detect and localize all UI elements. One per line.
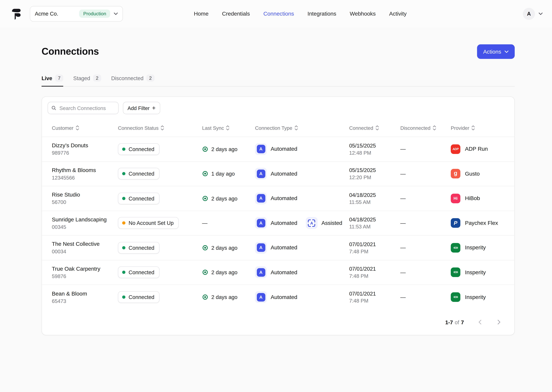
connected-time: 11:55 AM xyxy=(349,199,400,205)
connected-time: 12:20 PM xyxy=(349,175,400,180)
connected-time: 7:48 PM xyxy=(349,249,400,254)
disconnected-cell: — xyxy=(400,171,451,177)
provider-cell: P Paychex Flex xyxy=(451,218,504,228)
previous-page-button[interactable] xyxy=(477,319,483,325)
last-sync-text: 2 days ago xyxy=(211,245,237,251)
status-label: Connected xyxy=(129,195,154,201)
chevron-left-icon xyxy=(477,319,483,325)
sync-target-icon xyxy=(202,171,208,177)
chevron-right-icon xyxy=(496,319,501,325)
nav-item-connections[interactable]: Connections xyxy=(263,10,294,17)
last-sync-text: 2 days ago xyxy=(211,269,237,275)
actions-button[interactable]: Actions xyxy=(477,44,515,59)
provider-name: HiBob xyxy=(465,195,480,202)
automated-icon: A xyxy=(257,219,265,227)
customer-name: Bean & Bloom xyxy=(52,290,118,297)
nav-item-credentials[interactable]: Credentials xyxy=(222,10,250,17)
add-filter-button[interactable]: Add Filter + xyxy=(123,102,160,114)
nav-item-integrations[interactable]: Integrations xyxy=(307,10,336,17)
sort-icon xyxy=(294,125,298,131)
disconnected-cell: — xyxy=(400,146,451,152)
customer-name: The Nest Collective xyxy=(52,241,118,247)
connection-type-cell: A Automated A Assisted xyxy=(255,217,349,229)
connected-cell: 04/18/2025 11:53 AM xyxy=(349,217,400,230)
automated-icon: A xyxy=(257,145,265,153)
connected-time: 11:53 AM xyxy=(349,224,400,230)
nav-item-home[interactable]: Home xyxy=(194,10,209,17)
table-row[interactable]: Rhythm & Blooms 12345566 Connected 1 day… xyxy=(42,162,514,186)
column-header-customer[interactable]: Customer xyxy=(52,125,118,131)
column-header-connection-status[interactable]: Connection Status xyxy=(118,125,202,131)
avatar: A xyxy=(523,8,535,20)
automated-icon: A xyxy=(257,293,265,301)
status-badge: Connected xyxy=(118,143,159,155)
connection-type-cell: A Automated xyxy=(255,291,349,303)
connection-type-cell: A Automated xyxy=(255,266,349,278)
connected-date: 04/18/2025 xyxy=(349,192,400,198)
connected-date: 07/01/2021 xyxy=(349,241,400,247)
connection-status-cell: Connected xyxy=(118,168,202,180)
next-page-button[interactable] xyxy=(496,319,501,325)
sort-icon xyxy=(226,125,230,131)
status-badge: Connected xyxy=(118,242,159,254)
column-header-last-sync[interactable]: Last Sync xyxy=(202,125,255,131)
search-input[interactable] xyxy=(59,105,115,111)
provider-glyph: «» xyxy=(453,269,458,275)
tab-disconnected[interactable]: Disconnected 2 xyxy=(111,75,154,86)
table-row[interactable]: Rise Studio 56700 Connected 2 days ago A… xyxy=(42,186,514,211)
provider-name: Gusto xyxy=(465,171,480,177)
search-icon xyxy=(51,105,56,111)
table-row[interactable]: Bean & Bloom 65473 Connected 2 days ago … xyxy=(42,285,514,309)
provider-glyph: g xyxy=(454,170,457,176)
user-menu[interactable]: A xyxy=(523,8,543,20)
provider-glyph: P xyxy=(454,220,457,226)
disconnected-value: — xyxy=(400,171,406,177)
automated-icon: A xyxy=(257,194,265,203)
last-sync-cell: — xyxy=(202,220,255,226)
chevron-down-icon xyxy=(538,12,543,15)
nav-item-webhooks[interactable]: Webhooks xyxy=(350,10,376,17)
column-header-connection-type[interactable]: Connection Type xyxy=(255,125,349,131)
column-header-connected[interactable]: Connected xyxy=(349,125,400,131)
automated-icon: A xyxy=(257,244,265,252)
company-name: Acme Co. xyxy=(35,11,76,17)
provider-glyph: «» xyxy=(453,245,458,250)
table-row[interactable]: The Nest Collective 00034 Connected 2 da… xyxy=(42,236,514,260)
provider-cell: «» Insperity xyxy=(451,268,504,277)
status-tabs: Live 7 Staged 2 Disconnected 2 xyxy=(42,75,515,87)
table-row[interactable]: Sunridge Landscaping 00345 No Account Se… xyxy=(42,211,514,236)
customer-id: 989776 xyxy=(52,150,118,156)
company-environment-selector[interactable]: Acme Co. Production xyxy=(30,6,123,21)
connection-type-cell: A Automated xyxy=(255,242,349,254)
connected-cell: 04/18/2025 11:55 AM xyxy=(349,192,400,205)
connected-date: 04/18/2025 xyxy=(349,217,400,223)
type-label: Automated xyxy=(271,220,297,226)
tab-staged[interactable]: Staged 2 xyxy=(73,75,101,86)
column-header-disconnected[interactable]: Disconnected xyxy=(400,125,451,131)
customer-id: 59876 xyxy=(52,273,118,279)
customer-id: 12345566 xyxy=(52,175,118,181)
sort-icon xyxy=(471,125,475,131)
status-label: Connected xyxy=(129,171,154,177)
table-row[interactable]: Dizzy’s Donuts 989776 Connected 2 days a… xyxy=(42,137,514,161)
customer-id: 65473 xyxy=(52,298,118,304)
provider-name: Paychex Flex xyxy=(465,220,498,226)
sort-icon xyxy=(161,125,164,131)
provider-glyph: ADP xyxy=(453,147,459,151)
provider-name: ADP Run xyxy=(465,146,488,152)
nav-item-activity[interactable]: Activity xyxy=(389,10,407,17)
table-header-row: Customer Connection Status Last Sync Con… xyxy=(42,119,514,137)
type-label: Automated xyxy=(271,269,297,276)
customer-id: 00345 xyxy=(52,224,118,230)
column-header-provider[interactable]: Provider xyxy=(451,125,504,131)
table-row[interactable]: True Oak Carpentry 59876 Connected 2 day… xyxy=(42,260,514,285)
status-dot-icon xyxy=(122,222,125,225)
status-dot-icon xyxy=(122,197,125,200)
connection-status-cell: Connected xyxy=(118,266,202,278)
status-badge: Connected xyxy=(118,168,159,180)
tab-live[interactable]: Live 7 xyxy=(42,75,63,86)
type-label: Automated xyxy=(271,245,297,251)
provider-name: Insperity xyxy=(465,269,486,276)
connected-cell: 07/01/2021 7:48 PM xyxy=(349,241,400,254)
provider-cell: Hi HiBob xyxy=(451,194,504,203)
